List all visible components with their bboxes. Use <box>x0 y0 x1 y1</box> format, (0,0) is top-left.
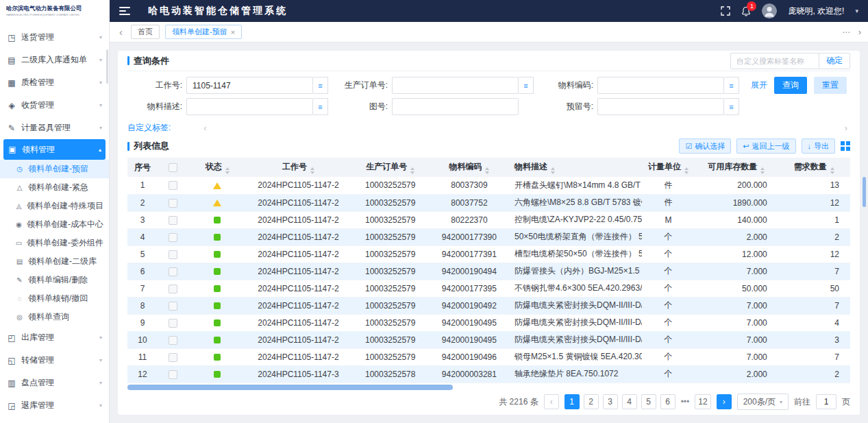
drawing-no-input[interactable] <box>392 98 519 115</box>
fullscreen-icon[interactable] <box>721 6 730 16</box>
sidebar-item-4[interactable]: ✎计量器具管理▾ <box>0 117 109 139</box>
sort-icon[interactable] <box>830 167 834 174</box>
list-picker-icon[interactable]: ≡ <box>313 98 328 115</box>
export-button[interactable]: ↓ 导出 <box>802 138 836 154</box>
page-button-12[interactable]: 12 <box>695 394 710 409</box>
table-row[interactable]: 32024HPC1105-1147-21000325257980222370控制… <box>127 211 850 228</box>
close-icon[interactable]: × <box>231 28 235 36</box>
material-desc-input[interactable] <box>186 98 313 115</box>
sidebar-scrollbar-thumb[interactable] <box>106 49 108 84</box>
sort-icon[interactable] <box>310 167 314 174</box>
row-checkbox[interactable] <box>169 267 177 276</box>
tabs-more-icon[interactable]: ⋯ <box>842 27 850 37</box>
row-checkbox[interactable] <box>169 319 177 328</box>
row-checkbox[interactable] <box>169 199 177 208</box>
table-row[interactable]: 72024HPC1105-1147-2100032525799420001773… <box>127 280 850 297</box>
material-code-input[interactable] <box>597 77 724 94</box>
page-ellipsis[interactable]: ••• <box>680 394 691 409</box>
sidebar-subitem-5-5[interactable]: ▤领料单创建-二级库 <box>0 252 109 271</box>
row-checkbox[interactable] <box>169 233 177 242</box>
sort-icon[interactable] <box>551 167 555 174</box>
notifications-button[interactable]: 1 <box>741 6 751 16</box>
page-button-6[interactable]: 6 <box>660 394 675 409</box>
table-row[interactable]: 62024HPC1105-1147-2100032525799420001904… <box>127 263 850 280</box>
grid-view-icon[interactable] <box>841 141 850 151</box>
sidebar-item-5[interactable]: ▣领料管理▴ <box>3 139 106 160</box>
sidebar-subitem-5-7[interactable]: ◌领料单核销/撤回 <box>0 289 109 308</box>
reset-button[interactable]: 重置 <box>814 77 847 94</box>
column-header-available[interactable]: 可用库存数量 <box>695 158 778 177</box>
sidebar-item-1[interactable]: ▤二级库入库通知单▾ <box>0 49 109 71</box>
row-checkbox[interactable] <box>169 285 177 293</box>
user-greeting[interactable]: 庞晓明, 欢迎您! <box>788 5 844 17</box>
table-row[interactable]: 42024HPC1105-1147-2100032525799420001773… <box>127 228 850 245</box>
vertical-scrollbar-thumb[interactable] <box>863 177 866 207</box>
sidebar-subitem-5-1[interactable]: △领料单创建-紧急 <box>0 178 109 197</box>
row-checkbox[interactable] <box>169 353 177 362</box>
page-button-5[interactable]: 5 <box>641 394 656 409</box>
table-row[interactable]: 112024HPC1105-1147-210003252579942000190… <box>127 348 850 365</box>
sidebar-subitem-5-0[interactable]: ◷领料单创建-预留 <box>0 160 109 178</box>
page-button-2[interactable]: 2 <box>584 394 599 409</box>
list-picker-icon[interactable]: ≡ <box>519 77 534 94</box>
column-header-unit[interactable]: 计量单位 <box>642 158 694 177</box>
table-row[interactable]: 22024HPC1105-1147-21000325257980037752六角… <box>127 194 850 211</box>
page-size-select[interactable]: 200条/页 ▾ <box>737 394 789 410</box>
sidebar-subitem-5-8[interactable]: ◎领料单查询 <box>0 308 109 326</box>
jump-page-input[interactable] <box>816 394 836 409</box>
list-picker-icon[interactable]: ≡ <box>724 77 739 94</box>
sort-icon[interactable] <box>410 167 414 174</box>
sort-icon[interactable] <box>225 167 230 174</box>
column-header-status[interactable]: 状态 <box>188 158 247 177</box>
table-row[interactable]: 102024HPC1105-1147-210003252579942000190… <box>127 331 850 348</box>
sidebar-item-6[interactable]: ◰出库管理▾ <box>0 326 109 349</box>
confirm-select-button[interactable]: ☑ 确认选择 <box>679 138 731 154</box>
row-checkbox[interactable] <box>169 250 177 259</box>
menu-collapse-icon[interactable] <box>119 7 130 15</box>
avatar[interactable] <box>762 3 777 19</box>
sidebar-subitem-5-4[interactable]: ▭领料单创建-委外组件 <box>0 234 109 252</box>
page-button-4[interactable]: 4 <box>622 394 637 409</box>
table-row[interactable]: 82024HPC1105-1147-2100032525799420001904… <box>127 297 850 314</box>
sidebar-item-2[interactable]: ▦质检管理▾ <box>0 71 109 94</box>
tab-active[interactable]: 领料单创建-预留 × <box>165 25 242 39</box>
table-row[interactable]: 52024HPC1105-1147-2100032525799420001773… <box>127 245 850 263</box>
sidebar-item-8[interactable]: ▥盘点管理▾ <box>0 372 109 394</box>
next-page-button[interactable]: › <box>717 394 732 409</box>
sidebar-item-0[interactable]: ◳送货管理▾ <box>0 26 109 49</box>
row-checkbox[interactable] <box>169 336 177 345</box>
order-no-input[interactable] <box>392 77 519 94</box>
table-row[interactable]: 12024HPC1105-1147-21000325257980037309开槽… <box>127 177 850 194</box>
sidebar-item-7[interactable]: ◱转储管理▾ <box>0 349 109 372</box>
column-header-material_desc[interactable]: 物料描述 <box>508 158 642 177</box>
page-button-1[interactable]: 1 <box>565 394 580 409</box>
tag-search-input[interactable] <box>731 57 819 65</box>
column-header-demand[interactable]: 需求数量 <box>778 158 850 177</box>
row-checkbox[interactable] <box>169 302 177 311</box>
sidebar-subitem-5-6[interactable]: ✎领料单编辑/删除 <box>0 271 109 289</box>
list-picker-icon[interactable]: ≡ <box>724 98 739 115</box>
sort-icon[interactable] <box>485 167 489 174</box>
prev-page-button[interactable]: ‹ <box>544 394 559 409</box>
list-picker-icon[interactable]: ≡ <box>313 77 328 94</box>
page-button-3[interactable]: 3 <box>603 394 618 409</box>
tags-prev-icon[interactable]: ‹ <box>203 123 206 133</box>
column-header-order_no[interactable]: 生产订单号 <box>350 158 431 177</box>
row-checkbox[interactable] <box>169 181 177 190</box>
work-no-input[interactable] <box>186 77 313 94</box>
back-up-level-button[interactable]: ↩ 返回上一级 <box>736 138 795 154</box>
sort-icon[interactable] <box>684 167 689 174</box>
select-all-checkbox[interactable] <box>169 163 177 172</box>
horizontal-scrollbar-thumb[interactable] <box>127 385 453 390</box>
row-checkbox[interactable] <box>169 216 177 225</box>
sidebar-subitem-5-3[interactable]: ◉领料单创建-成本中心 <box>0 215 109 234</box>
reserve-no-input[interactable] <box>597 98 724 115</box>
search-button[interactable]: 查询 <box>774 77 807 94</box>
table-row[interactable]: 92024HPC1105-1147-2100032525799420001904… <box>127 314 850 331</box>
tab-home[interactable]: 首页 <box>131 25 160 39</box>
column-header-material_code[interactable]: 物料编码 <box>431 158 508 177</box>
tags-next-icon[interactable]: › <box>845 123 847 133</box>
tabs-prev-icon[interactable]: ‹ <box>116 26 125 38</box>
table-row[interactable]: 122024HPC1105-1147-310003252578942000003… <box>127 365 850 383</box>
confirm-button[interactable]: 确定 <box>819 53 850 69</box>
